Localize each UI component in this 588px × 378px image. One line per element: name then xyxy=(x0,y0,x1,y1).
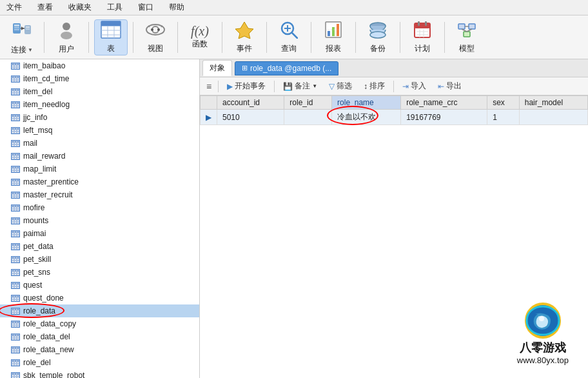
sidebar-item-left-msq[interactable]: left_msq xyxy=(0,124,199,137)
sidebar-item-role-data[interactable]: role_data xyxy=(0,304,199,317)
table-icon-item-del xyxy=(10,88,21,95)
menu-tools[interactable]: 工具 xyxy=(104,1,125,14)
toolbar-user[interactable]: 用户 xyxy=(50,19,83,55)
begin-transaction-icon: ▶ xyxy=(227,82,233,91)
col-header-role-id[interactable]: role_id xyxy=(284,96,332,110)
cell-hair-model[interactable] xyxy=(519,110,587,125)
toolbar-query[interactable]: 查询 xyxy=(272,19,306,55)
hamburger-menu[interactable]: ≡ xyxy=(204,80,214,93)
sidebar-item-quest[interactable]: quest xyxy=(0,279,199,292)
begin-transaction-button[interactable]: ▶ 开始事务 xyxy=(222,79,270,94)
export-icon: ⇤ xyxy=(438,82,444,91)
col-header-account-id[interactable]: account_id xyxy=(217,96,284,110)
table-icon-role-del xyxy=(10,359,21,366)
data-grid[interactable]: account_id role_id role_name role_name_c… xyxy=(200,95,588,378)
import-label: 导入 xyxy=(411,81,426,92)
tab-data[interactable]: ⊞ role_data @gamedb (... xyxy=(235,61,338,75)
sidebar-item-item-cd-time[interactable]: item_cd_time xyxy=(0,72,199,85)
view-label: 视图 xyxy=(148,43,163,54)
function-label: 函数 xyxy=(192,39,208,50)
backup-arrow: ▼ xyxy=(312,83,317,89)
toolbar: 连接 ▼ 用户 表 xyxy=(0,15,588,59)
menu-view[interactable]: 查看 xyxy=(35,1,55,14)
sidebar-label: role_data_new xyxy=(23,345,74,354)
filter-button[interactable]: ▽ 筛选 xyxy=(324,79,357,94)
col-header-role-name[interactable]: role_name xyxy=(332,96,401,110)
schedule-label: 计划 xyxy=(415,43,430,54)
toolbar-event[interactable]: 事件 xyxy=(228,19,261,55)
sub-divider-2 xyxy=(274,81,275,92)
toolbar-report[interactable]: 报表 xyxy=(317,19,350,55)
toolbar-table[interactable]: 表 xyxy=(94,19,128,55)
sidebar-item-jjc-info[interactable]: jjc_info xyxy=(0,111,199,124)
sidebar-item-mail-reward[interactable]: mail_reward xyxy=(0,150,199,163)
backup-button[interactable]: 💾 备注 ▼ xyxy=(279,79,322,94)
sidebar-item-pet-skill[interactable]: pet_skill xyxy=(0,253,199,266)
sidebar-item-master-prentice[interactable]: master_prentice xyxy=(0,175,199,188)
sidebar-item-pet-sns[interactable]: pet_sns xyxy=(0,266,199,279)
toolbar-connect[interactable]: 连接 ▼ xyxy=(5,19,39,55)
svg-point-20 xyxy=(151,28,153,31)
sidebar-item-pet-data[interactable]: pet_data xyxy=(0,240,199,253)
sidebar-item-role-data-del[interactable]: role_data_del xyxy=(0,330,199,343)
menu-window[interactable]: 窗口 xyxy=(135,1,156,14)
import-button[interactable]: ⇥ 导入 xyxy=(398,79,431,94)
table-icon xyxy=(101,21,121,42)
svg-rect-6 xyxy=(26,26,30,28)
sidebar-label: map_limit xyxy=(23,164,56,174)
table-icon-mail-reward xyxy=(10,152,21,160)
svg-point-9 xyxy=(63,23,70,30)
sidebar-item-item-needlog[interactable]: item_needlog xyxy=(0,98,199,111)
table-row[interactable]: ▶ 5010 冷血以不欢 19167769 1 xyxy=(201,110,588,125)
table-label: 表 xyxy=(107,43,115,54)
toolbar-backup[interactable]: 备份 xyxy=(361,19,395,55)
filter-icon: ▽ xyxy=(329,82,335,91)
sidebar-label: role_data_del xyxy=(23,332,70,341)
menu-help[interactable]: 帮助 xyxy=(166,1,187,14)
sidebar-item-role-data-new[interactable]: role_data_new xyxy=(0,343,199,356)
cell-sex[interactable]: 1 xyxy=(487,110,520,125)
sidebar-label: item_cd_time xyxy=(23,74,69,83)
event-label: 事件 xyxy=(237,43,252,54)
cell-account-id[interactable]: 5010 xyxy=(217,110,284,125)
sidebar-item-master-recruit[interactable]: master_recruit xyxy=(0,188,199,201)
cell-role-name-crc[interactable]: 19167769 xyxy=(401,110,487,125)
svg-point-10 xyxy=(61,32,72,39)
menu-file[interactable]: 文件 xyxy=(4,1,24,14)
table-icon-item-cd-time xyxy=(10,75,21,83)
col-header-hair-model[interactable]: hair_model xyxy=(519,96,587,110)
sidebar-item-paimai[interactable]: paimai xyxy=(0,227,199,240)
sidebar-label: quest xyxy=(23,281,42,290)
sidebar-item-map-limit[interactable]: map_limit xyxy=(0,163,199,175)
tab-data-label: role_data @gamedb (... xyxy=(250,64,331,73)
svg-rect-3 xyxy=(14,29,19,30)
svg-rect-37 xyxy=(415,23,430,28)
menu-favorites[interactable]: 收藏夹 xyxy=(66,1,94,14)
tab-object[interactable]: 对象 xyxy=(202,60,232,76)
export-button[interactable]: ⇤ 导出 xyxy=(433,79,466,94)
sidebar-item-item-del[interactable]: item_del xyxy=(0,85,199,98)
cell-role-name[interactable]: 冷血以不欢 xyxy=(332,110,401,125)
svg-point-35 xyxy=(370,32,386,38)
col-header-role-name-crc[interactable]: role_name_crc xyxy=(401,96,487,110)
sidebar-item-sbk-temple-robot[interactable]: sbk_temple_robot xyxy=(0,369,199,378)
sidebar-item-quest-done[interactable]: quest_done xyxy=(0,292,199,304)
toolbar-schedule[interactable]: 计划 xyxy=(406,19,439,55)
sort-button[interactable]: ↕ 排序 xyxy=(359,79,389,94)
cell-role-id[interactable] xyxy=(284,110,332,125)
toolbar-model[interactable]: 模型 xyxy=(450,19,484,55)
sidebar-item-mail[interactable]: mail xyxy=(0,137,199,150)
sidebar-item-mofire[interactable]: mofire xyxy=(0,201,199,214)
watermark-brand: 八零游戏 xyxy=(520,340,566,355)
sidebar-item-role-data-copy[interactable]: role_data_copy xyxy=(0,317,199,330)
sidebar-item-role-del[interactable]: role_del xyxy=(0,356,199,369)
col-header-sex[interactable]: sex xyxy=(487,96,520,110)
toolbar-view[interactable]: 视图 xyxy=(139,19,172,55)
model-label: 模型 xyxy=(459,43,475,54)
sidebar-item-item-baibao[interactable]: item_baibao xyxy=(0,59,199,72)
sidebar[interactable]: item_baibao item_cd_time item_del xyxy=(0,59,200,378)
table-icon-role-data-copy xyxy=(10,320,21,328)
sidebar-item-mounts[interactable]: mounts xyxy=(0,214,199,227)
toolbar-function[interactable]: f(x) 函数 xyxy=(183,19,217,55)
query-icon xyxy=(280,21,298,42)
